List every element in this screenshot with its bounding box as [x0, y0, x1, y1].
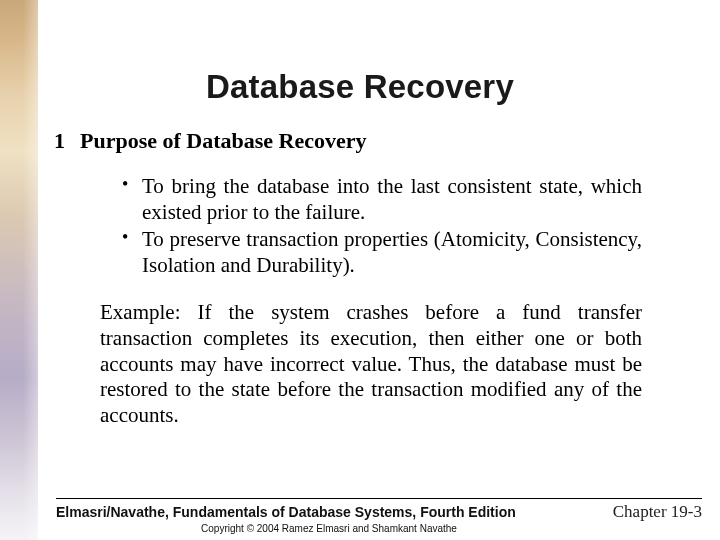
bullet-item: To preserve transaction properties (Atom… [122, 227, 642, 278]
slide: Database Recovery 1 Purpose of Database … [0, 0, 720, 540]
footer-copyright: Copyright © 2004 Ramez Elmasri and Shamk… [56, 523, 602, 534]
slide-footer: Elmasri/Navathe, Fundamentals of Databas… [0, 498, 720, 540]
footer-divider [56, 498, 702, 499]
example-paragraph: Example: If the system crashes before a … [100, 300, 642, 428]
slide-content: Database Recovery 1 Purpose of Database … [0, 0, 720, 540]
bullet-item: To bring the database into the last cons… [122, 174, 642, 225]
slide-title: Database Recovery [50, 0, 670, 128]
section-heading: Purpose of Database Recovery [80, 128, 367, 154]
footer-book-title: Elmasri/Navathe, Fundamentals of Databas… [56, 504, 516, 520]
footer-page-number: Chapter 19-3 [613, 502, 702, 522]
bullet-list: To bring the database into the last cons… [122, 174, 642, 278]
section-number: 1 [54, 128, 80, 154]
footer-row: Elmasri/Navathe, Fundamentals of Databas… [56, 502, 702, 522]
section-heading-row: 1 Purpose of Database Recovery [54, 128, 670, 154]
